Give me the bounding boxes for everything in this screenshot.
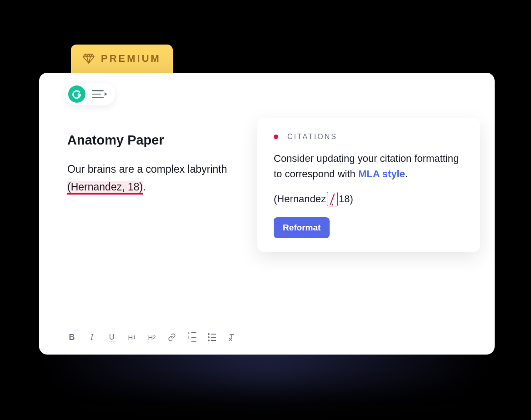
link-icon — [168, 333, 176, 341]
h1-prefix: H — [128, 334, 133, 341]
premium-label: PREMIUM — [101, 53, 161, 65]
preview-suffix: 18) — [339, 193, 353, 205]
ordered-list-icon: 1 2 3 — [188, 331, 196, 344]
document-content: Anatomy Paper Our brains are a complex l… — [67, 133, 258, 196]
link-button[interactable] — [167, 332, 176, 343]
suggestion-header: CITATIONS — [274, 133, 464, 141]
suggestion-message-suffix: . — [405, 168, 408, 180]
correction-marker: , — [327, 192, 338, 206]
reformat-button[interactable]: Reformat — [274, 217, 330, 238]
mla-style-link[interactable]: MLA style — [358, 168, 405, 180]
suggestion-category: CITATIONS — [287, 133, 337, 141]
h2-button[interactable]: H2 — [147, 332, 156, 343]
underline-button[interactable]: U — [107, 332, 116, 343]
premium-badge: PREMIUM — [71, 45, 173, 76]
diamond-icon — [83, 54, 95, 64]
grammarly-logo-icon[interactable] — [68, 85, 85, 103]
italic-button[interactable]: I — [87, 332, 96, 343]
suggestion-message: Consider updating your citation formatti… — [274, 151, 464, 182]
format-toolbar: B I U H1 H2 1 2 3 — [67, 332, 236, 343]
body-text-suffix: . — [143, 181, 145, 193]
document-body[interactable]: Our brains are a complex labyrinth (Hern… — [67, 160, 258, 196]
suggestion-card: CITATIONS Consider updating your citatio… — [257, 118, 480, 252]
document-title: Anatomy Paper — [67, 133, 258, 148]
h1-sub: 1 — [133, 335, 135, 340]
clear-format-icon — [228, 333, 236, 341]
h2-sub: 2 — [153, 335, 155, 340]
h1-button[interactable]: H1 — [127, 332, 136, 343]
body-text-prefix: Our brains are a complex labyrinth — [67, 163, 227, 175]
unordered-list-icon — [208, 333, 216, 341]
correction-char: , — [331, 197, 333, 207]
outline-toggle-icon[interactable] — [92, 90, 107, 98]
ordered-list-button[interactable]: 1 2 3 — [187, 332, 196, 343]
editor-window: Anatomy Paper Our brains are a complex l… — [39, 73, 495, 355]
editor-toolbar-pill — [65, 83, 115, 105]
preview-prefix: (Hernandez — [274, 193, 326, 205]
bold-button[interactable]: B — [67, 332, 76, 343]
unordered-list-button[interactable] — [207, 332, 216, 343]
highlighted-citation[interactable]: (Hernandez, 18) — [67, 181, 143, 195]
clear-formatting-button[interactable] — [227, 332, 236, 343]
alert-dot-icon — [274, 135, 278, 139]
citation-preview: (Hernandez , 18) — [274, 192, 464, 206]
h2-prefix: H — [148, 334, 153, 341]
